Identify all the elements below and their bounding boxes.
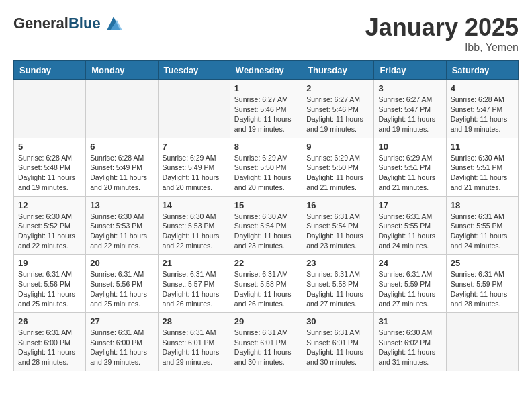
day-number: 3 [378,83,441,93]
calendar-cell [14,80,86,138]
calendar-week-1: 1Sunrise: 6:27 AMSunset: 5:46 PMDaylight… [14,80,519,138]
day-number: 12 [18,200,81,210]
day-number: 26 [18,316,81,326]
day-info: Sunrise: 6:31 AMSunset: 5:57 PMDaylight:… [163,269,226,309]
logo: GeneralBlue [13,13,124,34]
day-info: Sunrise: 6:31 AMSunset: 6:00 PMDaylight:… [90,328,153,367]
calendar-cell [446,313,518,371]
calendar-cell: 7Sunrise: 6:29 AMSunset: 5:49 PMDaylight… [158,138,230,196]
calendar-cell: 21Sunrise: 6:31 AMSunset: 5:57 PMDayligh… [158,255,230,313]
page-header: GeneralBlue January 2025 Ibb, Yemen [13,13,519,54]
logo-general: General [13,15,69,32]
day-info: Sunrise: 6:27 AMSunset: 5:46 PMDaylight:… [234,95,298,134]
logo-blue: Blue [69,15,101,32]
day-header-tuesday: Tuesday [158,61,230,80]
calendar-cell: 12Sunrise: 6:30 AMSunset: 5:52 PMDayligh… [14,196,86,255]
day-info: Sunrise: 6:30 AMSunset: 5:53 PMDaylight:… [90,212,153,251]
calendar-cell: 2Sunrise: 6:27 AMSunset: 5:46 PMDaylight… [302,80,374,138]
calendar-cell: 25Sunrise: 6:31 AMSunset: 5:59 PMDayligh… [446,255,518,313]
day-info: Sunrise: 6:31 AMSunset: 5:58 PMDaylight:… [306,269,369,309]
day-header-monday: Monday [86,61,158,80]
calendar-cell: 22Sunrise: 6:31 AMSunset: 5:58 PMDayligh… [230,255,302,313]
day-number: 30 [306,316,369,326]
calendar-cell: 23Sunrise: 6:31 AMSunset: 5:58 PMDayligh… [302,255,374,313]
calendar-week-2: 5Sunrise: 6:28 AMSunset: 5:48 PMDaylight… [14,138,519,196]
month-title: January 2025 [365,13,519,42]
day-number: 23 [306,258,369,268]
calendar-cell: 31Sunrise: 6:30 AMSunset: 6:02 PMDayligh… [374,313,446,371]
day-info: Sunrise: 6:31 AMSunset: 5:56 PMDaylight:… [90,269,153,309]
day-info: Sunrise: 6:31 AMSunset: 6:01 PMDaylight:… [163,328,226,367]
calendar-week-4: 19Sunrise: 6:31 AMSunset: 5:56 PMDayligh… [14,255,519,313]
day-number: 28 [163,316,226,326]
day-number: 22 [234,258,298,268]
day-number: 20 [90,258,153,268]
day-number: 10 [378,142,441,152]
day-number: 18 [451,200,514,210]
day-info: Sunrise: 6:30 AMSunset: 6:02 PMDaylight:… [378,328,441,367]
day-info: Sunrise: 6:31 AMSunset: 5:55 PMDaylight:… [451,212,514,251]
day-info: Sunrise: 6:31 AMSunset: 5:55 PMDaylight:… [378,212,441,251]
day-number: 4 [451,83,514,93]
day-number: 6 [90,142,153,152]
calendar-cell: 29Sunrise: 6:31 AMSunset: 6:01 PMDayligh… [230,313,302,371]
calendar-cell: 30Sunrise: 6:31 AMSunset: 6:01 PMDayligh… [302,313,374,371]
day-info: Sunrise: 6:31 AMSunset: 5:59 PMDaylight:… [378,269,441,309]
day-number: 27 [90,316,153,326]
calendar-cell: 24Sunrise: 6:31 AMSunset: 5:59 PMDayligh… [374,255,446,313]
day-number: 29 [234,316,298,326]
day-number: 15 [234,200,298,210]
calendar-cell: 13Sunrise: 6:30 AMSunset: 5:53 PMDayligh… [86,196,158,255]
day-info: Sunrise: 6:29 AMSunset: 5:51 PMDaylight:… [378,153,441,193]
calendar-table: SundayMondayTuesdayWednesdayThursdayFrid… [13,60,519,371]
day-number: 7 [163,142,226,152]
day-number: 31 [378,316,441,326]
day-info: Sunrise: 6:31 AMSunset: 5:59 PMDaylight:… [451,269,514,309]
day-header-saturday: Saturday [446,61,518,80]
day-info: Sunrise: 6:31 AMSunset: 6:00 PMDaylight:… [18,328,81,367]
day-number: 24 [378,258,441,268]
calendar-cell: 5Sunrise: 6:28 AMSunset: 5:48 PMDaylight… [14,138,86,196]
calendar-cell: 16Sunrise: 6:31 AMSunset: 5:54 PMDayligh… [302,196,374,255]
day-number: 14 [163,200,226,210]
calendar-cell: 20Sunrise: 6:31 AMSunset: 5:56 PMDayligh… [86,255,158,313]
day-header-sunday: Sunday [14,61,86,80]
day-info: Sunrise: 6:29 AMSunset: 5:50 PMDaylight:… [234,153,298,193]
day-info: Sunrise: 6:31 AMSunset: 5:56 PMDaylight:… [18,269,81,309]
calendar-cell: 8Sunrise: 6:29 AMSunset: 5:50 PMDaylight… [230,138,302,196]
day-info: Sunrise: 6:30 AMSunset: 5:51 PMDaylight:… [451,153,514,193]
day-number: 13 [90,200,153,210]
day-number: 2 [306,83,369,93]
calendar-cell: 26Sunrise: 6:31 AMSunset: 6:00 PMDayligh… [14,313,86,371]
day-number: 21 [163,258,226,268]
day-info: Sunrise: 6:30 AMSunset: 5:53 PMDaylight:… [163,212,226,251]
calendar-week-3: 12Sunrise: 6:30 AMSunset: 5:52 PMDayligh… [14,196,519,255]
calendar-cell: 9Sunrise: 6:29 AMSunset: 5:50 PMDaylight… [302,138,374,196]
day-number: 11 [451,142,514,152]
day-header-wednesday: Wednesday [230,61,302,80]
calendar-cell: 18Sunrise: 6:31 AMSunset: 5:55 PMDayligh… [446,196,518,255]
calendar-cell: 10Sunrise: 6:29 AMSunset: 5:51 PMDayligh… [374,138,446,196]
day-info: Sunrise: 6:28 AMSunset: 5:47 PMDaylight:… [451,95,514,134]
calendar-cell: 4Sunrise: 6:28 AMSunset: 5:47 PMDaylight… [446,80,518,138]
day-info: Sunrise: 6:27 AMSunset: 5:47 PMDaylight:… [378,95,441,134]
day-number: 17 [378,200,441,210]
calendar-cell: 14Sunrise: 6:30 AMSunset: 5:53 PMDayligh… [158,196,230,255]
calendar-cell: 6Sunrise: 6:28 AMSunset: 5:49 PMDaylight… [86,138,158,196]
calendar-cell: 11Sunrise: 6:30 AMSunset: 5:51 PMDayligh… [446,138,518,196]
day-info: Sunrise: 6:31 AMSunset: 6:01 PMDaylight:… [306,328,369,367]
logo-icon [103,13,124,34]
day-number: 19 [18,258,81,268]
calendar-cell: 27Sunrise: 6:31 AMSunset: 6:00 PMDayligh… [86,313,158,371]
calendar-cell: 15Sunrise: 6:30 AMSunset: 5:54 PMDayligh… [230,196,302,255]
day-info: Sunrise: 6:29 AMSunset: 5:50 PMDaylight:… [306,153,369,193]
day-info: Sunrise: 6:30 AMSunset: 5:54 PMDaylight:… [234,212,298,251]
title-section: January 2025 Ibb, Yemen [365,13,519,54]
calendar-cell: 3Sunrise: 6:27 AMSunset: 5:47 PMDaylight… [374,80,446,138]
day-info: Sunrise: 6:27 AMSunset: 5:46 PMDaylight:… [306,95,369,134]
location: Ibb, Yemen [365,42,519,54]
calendar-week-5: 26Sunrise: 6:31 AMSunset: 6:00 PMDayligh… [14,313,519,371]
day-info: Sunrise: 6:29 AMSunset: 5:49 PMDaylight:… [163,153,226,193]
day-info: Sunrise: 6:30 AMSunset: 5:52 PMDaylight:… [18,212,81,251]
day-number: 16 [306,200,369,210]
